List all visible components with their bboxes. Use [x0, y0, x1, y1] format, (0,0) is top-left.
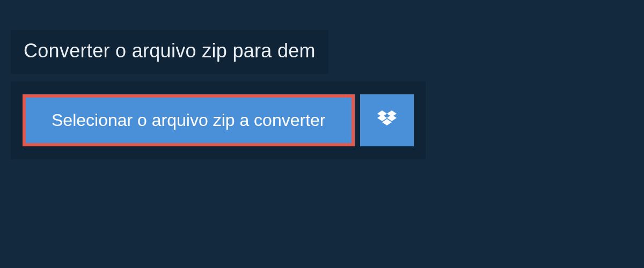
page-title: Converter o arquivo zip para dem: [24, 40, 316, 62]
file-select-panel: Selecionar o arquivo zip a converter: [11, 81, 426, 159]
select-file-label: Selecionar o arquivo zip a converter: [52, 110, 326, 130]
dropbox-icon: [377, 110, 397, 130]
page-title-bar: Converter o arquivo zip para dem: [11, 30, 328, 74]
select-file-button[interactable]: Selecionar o arquivo zip a converter: [23, 94, 355, 146]
dropbox-button[interactable]: [360, 94, 414, 146]
